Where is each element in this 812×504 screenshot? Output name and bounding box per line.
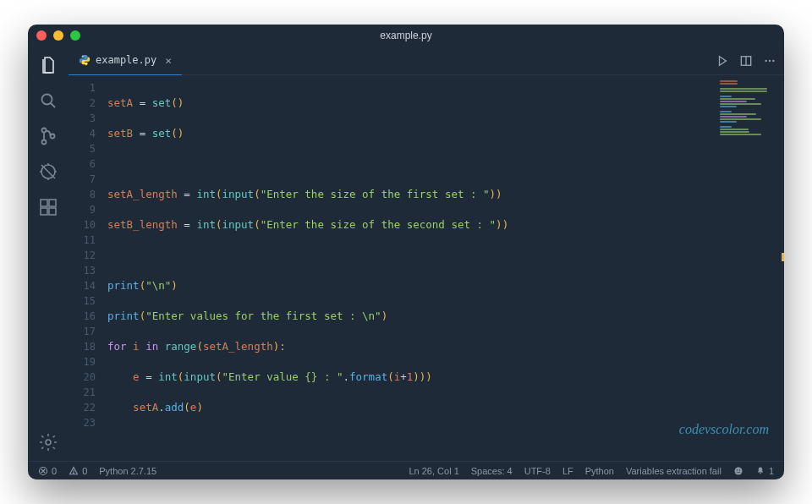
status-warnings[interactable]: 0 xyxy=(69,466,87,476)
explorer-icon[interactable] xyxy=(38,55,58,75)
activity-bar xyxy=(28,47,69,461)
status-eol[interactable]: LF xyxy=(562,466,573,476)
svg-line-1 xyxy=(51,103,55,107)
status-encoding[interactable]: UTF-8 xyxy=(524,466,551,476)
line-number: 14 xyxy=(69,278,107,293)
line-number: 5 xyxy=(69,141,107,156)
line-number: 15 xyxy=(69,293,107,309)
svg-point-28 xyxy=(734,467,742,474)
traffic-lights xyxy=(36,30,80,41)
line-number: 1 xyxy=(69,80,107,96)
main-area: example.py × 123456789101112131415161718… xyxy=(69,47,784,461)
editor-window: example.py xyxy=(28,25,784,479)
status-errors[interactable]: 0 xyxy=(38,466,57,476)
line-number: 4 xyxy=(69,126,107,141)
status-cursor[interactable]: Ln 26, Col 1 xyxy=(409,466,458,476)
search-icon[interactable] xyxy=(38,90,58,111)
tab-example-py[interactable]: example.py × xyxy=(69,47,182,75)
status-feedback-icon[interactable] xyxy=(733,466,743,476)
line-number: 19 xyxy=(69,354,107,370)
more-actions-icon[interactable] xyxy=(764,55,776,67)
line-number: 20 xyxy=(69,370,107,385)
status-extra[interactable]: Variables extraction fail xyxy=(626,466,721,476)
svg-rect-14 xyxy=(49,200,56,206)
line-number: 13 xyxy=(69,263,107,278)
python-file-icon xyxy=(79,54,91,66)
minimize-window-button[interactable] xyxy=(53,30,63,41)
svg-point-16 xyxy=(82,56,83,57)
status-language[interactable]: Python xyxy=(585,466,614,476)
close-window-button[interactable] xyxy=(36,30,47,41)
svg-point-15 xyxy=(46,440,51,445)
line-number: 16 xyxy=(69,309,107,324)
source-control-icon[interactable] xyxy=(38,126,58,146)
line-number: 8 xyxy=(69,187,107,202)
line-number: 10 xyxy=(69,217,107,233)
status-indent[interactable]: Spaces: 4 xyxy=(471,466,513,476)
svg-point-0 xyxy=(42,95,52,105)
code-area[interactable]: setA = set() setB = set() setA_length = … xyxy=(107,75,784,461)
status-python-version[interactable]: Python 2.7.15 xyxy=(99,466,156,476)
editor[interactable]: 1234567891011121314151617181920212223 se… xyxy=(69,75,784,461)
svg-rect-12 xyxy=(41,208,47,215)
status-bar: 0 0 Python 2.7.15 Ln 26, Col 1 Spaces: 4… xyxy=(28,461,784,479)
window-title: example.py xyxy=(380,30,431,41)
svg-point-27 xyxy=(74,472,74,473)
debug-icon[interactable] xyxy=(38,162,58,182)
svg-point-3 xyxy=(42,140,47,145)
line-number: 17 xyxy=(69,324,107,339)
maximize-window-button[interactable] xyxy=(70,30,80,41)
svg-point-21 xyxy=(769,59,771,61)
split-editor-icon[interactable] xyxy=(740,55,752,67)
status-notifications[interactable]: 1 xyxy=(755,466,774,476)
extensions-icon[interactable] xyxy=(38,197,58,217)
line-number: 18 xyxy=(69,339,107,354)
line-number: 7 xyxy=(69,172,107,187)
svg-point-30 xyxy=(739,469,740,470)
line-number-gutter: 1234567891011121314151617181920212223 xyxy=(69,75,107,461)
line-number: 21 xyxy=(69,385,107,400)
svg-point-17 xyxy=(85,63,86,64)
line-number: 2 xyxy=(69,96,107,111)
line-number: 12 xyxy=(69,248,107,263)
svg-rect-13 xyxy=(49,208,56,215)
line-number: 23 xyxy=(69,415,107,430)
svg-point-22 xyxy=(772,59,774,61)
svg-point-29 xyxy=(737,469,738,470)
line-number: 9 xyxy=(69,202,107,217)
scroll-marker xyxy=(782,253,784,261)
body: example.py × 123456789101112131415161718… xyxy=(28,47,784,461)
watermark: codevscolor.com xyxy=(679,422,769,437)
editor-actions xyxy=(716,55,776,67)
line-number: 11 xyxy=(69,233,107,248)
line-number: 6 xyxy=(69,156,107,172)
tab-label: example.py xyxy=(96,54,156,66)
line-number: 22 xyxy=(69,400,107,415)
run-icon[interactable] xyxy=(716,55,728,67)
tab-bar: example.py × xyxy=(69,47,784,75)
svg-point-2 xyxy=(42,129,47,133)
svg-rect-11 xyxy=(41,200,47,206)
close-tab-icon[interactable]: × xyxy=(165,54,172,67)
svg-point-20 xyxy=(765,59,766,61)
settings-gear-icon[interactable] xyxy=(38,432,58,452)
titlebar: example.py xyxy=(28,25,784,47)
line-number: 3 xyxy=(69,111,107,126)
